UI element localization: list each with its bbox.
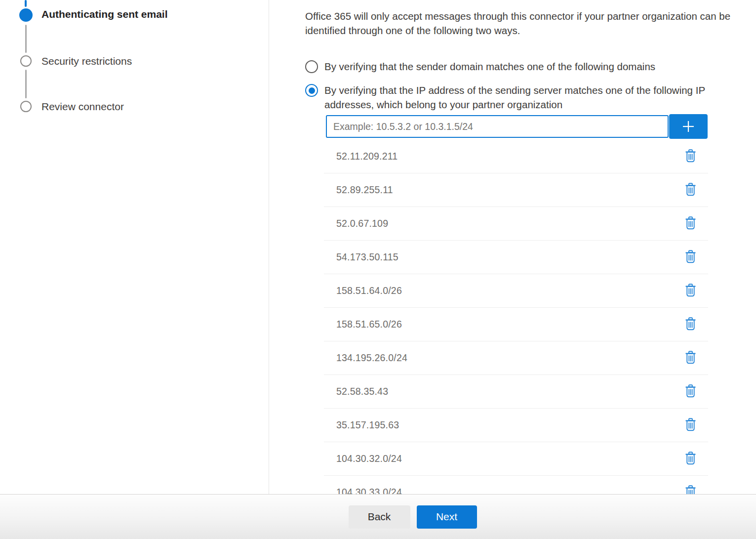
delete-ip-button[interactable] — [684, 215, 697, 232]
delete-ip-button[interactable] — [684, 283, 697, 299]
add-ip-button[interactable] — [669, 114, 708, 139]
plus-icon — [680, 119, 696, 134]
option-sender-domain-label[interactable]: By verifying that the sender domain matc… — [324, 59, 655, 74]
delete-ip-button[interactable] — [684, 451, 697, 467]
intro-text: Office 365 will only accept messages thr… — [305, 9, 756, 38]
delete-ip-button[interactable] — [684, 182, 697, 199]
ip-list-item: 35.157.195.63 — [324, 409, 708, 442]
trash-icon — [685, 183, 696, 198]
ip-list-item: 52.89.255.11 — [324, 173, 708, 207]
ip-value: 54.173.50.115 — [336, 251, 398, 263]
trash-icon — [685, 452, 696, 466]
option-ip-address-label[interactable]: By verifying that the IP address of the … — [324, 83, 729, 112]
delete-ip-button[interactable] — [684, 350, 697, 367]
radio-selected[interactable] — [305, 84, 318, 97]
step-circle-icon — [20, 101, 32, 112]
ip-value: 52.0.67.109 — [336, 218, 388, 229]
ip-value: 52.89.255.11 — [336, 184, 393, 196]
step-body: Office 365 will only accept messages thr… — [305, 0, 756, 494]
ip-list-item: 52.0.67.109 — [324, 207, 708, 241]
step-security-restrictions: Security restrictions — [41, 55, 132, 67]
ip-address-input[interactable] — [326, 115, 669, 138]
ip-list-item: 104.30.33.0/24 — [324, 476, 708, 494]
ip-address-list: 52.11.209.211 52.89.255.11 52.0.67.109 5… — [324, 140, 708, 494]
stepper-connector-completed — [25, 0, 27, 7]
stepper-connector — [25, 70, 27, 98]
trash-icon — [685, 149, 696, 164]
connector-wizard: Authenticating sent email Security restr… — [0, 0, 756, 539]
delete-ip-button[interactable] — [684, 383, 697, 400]
ip-list-item: 52.11.209.211 — [324, 140, 708, 173]
delete-ip-button[interactable] — [684, 249, 697, 266]
ip-list-item: 52.58.35.43 — [324, 375, 708, 409]
back-button[interactable]: Back — [349, 505, 410, 529]
trash-icon — [685, 284, 696, 298]
trash-icon — [685, 418, 696, 433]
stepper-connector — [25, 25, 27, 53]
wizard-content: Authenticating sent email Security restr… — [0, 0, 756, 494]
ip-value: 158.51.64.0/26 — [336, 285, 402, 296]
option-sender-domain[interactable]: By verifying that the sender domain matc… — [305, 59, 756, 74]
trash-icon — [685, 351, 696, 366]
ip-list-item: 134.195.26.0/24 — [324, 341, 708, 375]
delete-ip-button[interactable] — [684, 316, 697, 333]
ip-list-item: 54.173.50.115 — [324, 241, 708, 274]
ip-entry-row — [326, 114, 756, 139]
option-ip-address[interactable]: By verifying that the IP address of the … — [305, 83, 756, 112]
ip-list-item: 158.51.64.0/26 — [324, 274, 708, 308]
ip-value: 104.30.32.0/24 — [336, 453, 402, 464]
delete-ip-button[interactable] — [684, 148, 697, 165]
ip-value: 104.30.33.0/24 — [336, 487, 402, 494]
step-circle-icon — [20, 55, 32, 67]
ip-value: 52.58.35.43 — [336, 386, 388, 397]
next-button[interactable]: Next — [417, 505, 477, 529]
ip-value: 134.195.26.0/24 — [336, 352, 407, 364]
ip-value: 158.51.65.0/26 — [336, 319, 402, 330]
trash-icon — [685, 216, 696, 231]
trash-icon — [685, 384, 696, 399]
ip-value: 52.11.209.211 — [336, 151, 398, 162]
radio-unselected[interactable] — [305, 60, 318, 73]
delete-ip-button[interactable] — [684, 484, 697, 495]
ip-list-item: 158.51.65.0/26 — [324, 308, 708, 341]
step-active-dot-icon — [19, 8, 33, 22]
step-review-connector: Review connector — [41, 101, 124, 113]
footer-buttons: Back Next — [349, 505, 477, 529]
trash-icon — [685, 250, 696, 265]
ip-list-item: 104.30.32.0/24 — [324, 442, 708, 476]
delete-ip-button[interactable] — [684, 417, 697, 434]
trash-icon — [685, 485, 696, 495]
wizard-stepper-sidebar: Authenticating sent email Security restr… — [0, 0, 269, 494]
trash-icon — [685, 317, 696, 332]
step-authenticating-sent-email: Authenticating sent email — [41, 8, 168, 20]
ip-value: 35.157.195.63 — [336, 419, 399, 431]
wizard-footer: Back Next — [0, 494, 756, 539]
